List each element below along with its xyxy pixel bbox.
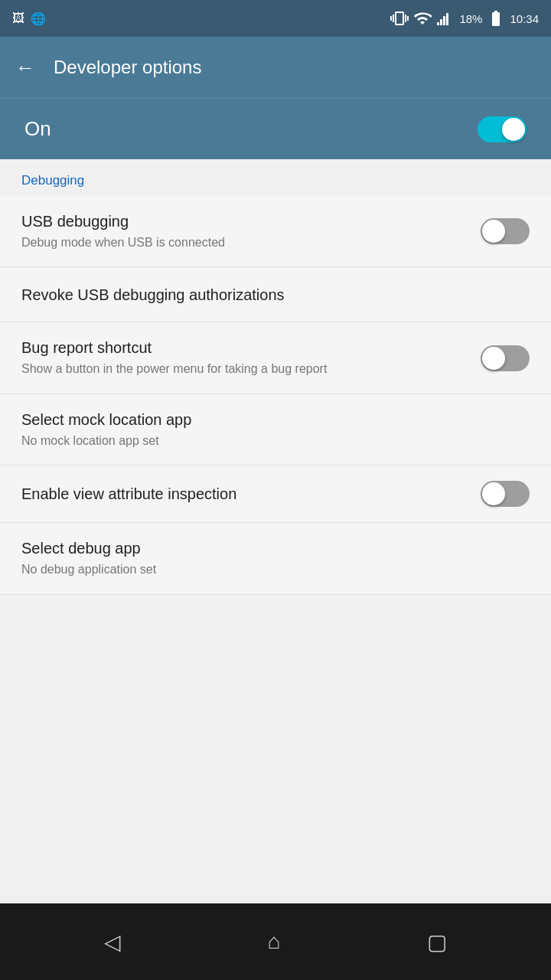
debug-app-text: Select debug app No debug application se…: [21, 538, 530, 578]
usb-debugging-toggle-knob: [482, 220, 505, 243]
globe-icon: 🌐: [31, 11, 46, 26]
mock-location-subtitle: No mock location app set: [21, 433, 514, 449]
debugging-section-header: Debugging: [0, 159, 551, 196]
view-attribute-toggle-knob: [482, 482, 505, 505]
bug-report-item[interactable]: Bug report shortcut Show a button in the…: [0, 322, 551, 394]
debug-app-title: Select debug app: [21, 538, 514, 558]
dev-options-label: On: [24, 117, 51, 141]
bug-report-text: Bug report shortcut Show a button in the…: [21, 338, 481, 377]
usb-debugging-text: USB debugging Debug mode when USB is con…: [21, 211, 481, 251]
usb-debugging-subtitle: Debug mode when USB is connected: [21, 234, 465, 251]
battery-icon: [487, 9, 505, 28]
view-attribute-text: Enable view attribute inspection: [21, 484, 481, 504]
debug-app-item[interactable]: Select debug app No debug application se…: [0, 523, 551, 594]
dev-options-toggle[interactable]: [478, 116, 527, 142]
revoke-usb-title: Revoke USB debugging authorizations: [21, 285, 514, 305]
settings-list: Debugging USB debugging Debug mode when …: [0, 159, 551, 903]
svg-rect-3: [446, 13, 448, 25]
revoke-usb-text: Revoke USB debugging authorizations: [21, 285, 530, 305]
clock: 10:34: [510, 12, 539, 25]
svg-rect-1: [440, 19, 442, 25]
nav-bar: ◁ ⌂ ▢: [0, 903, 551, 980]
view-attribute-item[interactable]: Enable view attribute inspection: [0, 466, 551, 523]
battery-percent: 18%: [459, 12, 482, 25]
status-bar: 🖼 🌐 18% 10:34: [0, 0, 551, 37]
debugging-label: Debugging: [21, 173, 84, 188]
recents-nav-button[interactable]: ▢: [427, 929, 447, 955]
signal-icon: [436, 9, 455, 28]
bug-report-toggle-knob: [482, 347, 505, 370]
mock-location-item[interactable]: Select mock location app No mock locatio…: [0, 394, 551, 466]
page-title: Developer options: [54, 57, 201, 78]
svg-rect-0: [437, 22, 439, 25]
revoke-usb-item[interactable]: Revoke USB debugging authorizations: [0, 267, 551, 322]
toolbar: ← Developer options: [0, 37, 551, 98]
svg-rect-2: [443, 16, 445, 25]
mock-location-text: Select mock location app No mock locatio…: [21, 410, 530, 449]
usb-debugging-item[interactable]: USB debugging Debug mode when USB is con…: [0, 196, 551, 267]
status-bar-right-icons: 18% 10:34: [390, 9, 539, 28]
bug-report-subtitle: Show a button in the power menu for taki…: [21, 361, 465, 377]
back-button[interactable]: ←: [15, 56, 35, 80]
dev-options-toggle-bar: On: [0, 98, 551, 159]
usb-debugging-toggle[interactable]: [481, 218, 530, 244]
dev-options-toggle-knob: [502, 118, 525, 141]
mock-location-title: Select mock location app: [21, 410, 514, 430]
status-bar-left-icons: 🖼 🌐: [12, 11, 46, 26]
vibrate-icon: [390, 9, 409, 28]
bug-report-toggle[interactable]: [481, 345, 530, 371]
usb-debugging-title: USB debugging: [21, 211, 465, 231]
wifi-icon: [413, 9, 432, 28]
back-nav-button[interactable]: ◁: [104, 929, 121, 955]
debug-app-subtitle: No debug application set: [21, 561, 514, 578]
home-nav-button[interactable]: ⌂: [268, 929, 281, 954]
view-attribute-title: Enable view attribute inspection: [21, 484, 465, 504]
bug-report-title: Bug report shortcut: [21, 338, 465, 358]
image-icon: 🖼: [12, 11, 24, 25]
view-attribute-toggle[interactable]: [481, 481, 530, 507]
